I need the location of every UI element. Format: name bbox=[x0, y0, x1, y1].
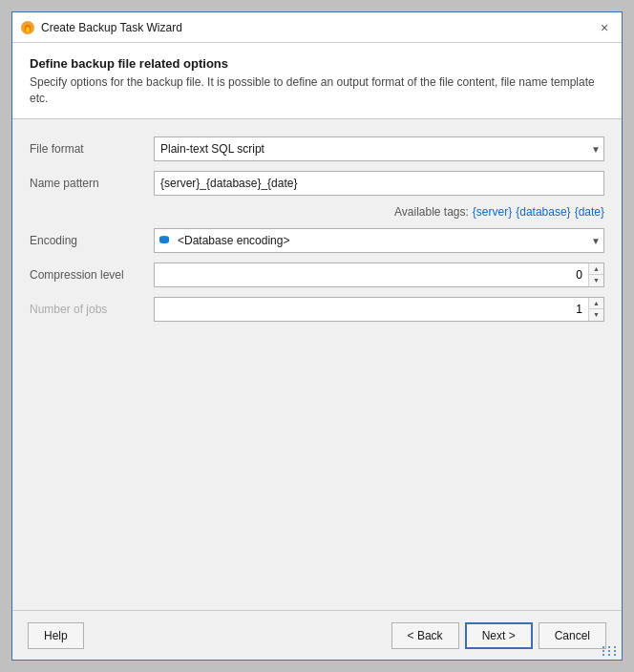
tag-database-link[interactable]: {database} bbox=[516, 205, 570, 219]
svg-point-5 bbox=[159, 240, 169, 243]
title-bar: Create Backup Task Wizard × bbox=[12, 12, 622, 43]
encoding-select[interactable]: <Database encoding> bbox=[154, 228, 604, 253]
compression-row: Compression level ▲ ▼ bbox=[30, 262, 604, 287]
app-icon bbox=[20, 20, 35, 35]
footer-right-buttons: < Back Next > Cancel bbox=[391, 622, 606, 649]
tag-server-link[interactable]: {server} bbox=[473, 205, 512, 219]
name-pattern-label: Name pattern bbox=[30, 177, 154, 190]
file-format-control: Plain-text SQL script ▼ bbox=[154, 136, 604, 161]
close-button[interactable]: × bbox=[595, 18, 614, 37]
jobs-spinner-buttons: ▲ ▼ bbox=[588, 298, 603, 321]
help-button[interactable]: Help bbox=[28, 622, 84, 649]
jobs-spinner: ▲ ▼ bbox=[154, 297, 604, 322]
dialog-title: Create Backup Task Wizard bbox=[41, 21, 182, 34]
header-description: Specify options for the backup file. It … bbox=[30, 74, 604, 107]
compression-spinner-buttons: ▲ ▼ bbox=[588, 263, 603, 286]
encoding-wrapper: <Database encoding> ▼ bbox=[154, 228, 604, 253]
jobs-up-button[interactable]: ▲ bbox=[589, 298, 603, 310]
header-section: Define backup file related options Speci… bbox=[12, 43, 622, 119]
form-content: File format Plain-text SQL script ▼ Name… bbox=[12, 119, 622, 610]
compression-up-button[interactable]: ▲ bbox=[589, 263, 603, 276]
database-icon bbox=[158, 233, 173, 248]
next-button[interactable]: Next > bbox=[465, 622, 533, 649]
file-format-select-wrapper: Plain-text SQL script ▼ bbox=[154, 136, 604, 161]
jobs-control: ▲ ▼ bbox=[154, 297, 604, 322]
compression-down-button[interactable]: ▼ bbox=[589, 275, 603, 286]
file-format-label: File format bbox=[30, 142, 154, 156]
back-button[interactable]: < Back bbox=[391, 622, 459, 649]
name-pattern-control bbox=[154, 171, 604, 196]
available-tags-label: Available tags: bbox=[394, 205, 469, 219]
file-format-select[interactable]: Plain-text SQL script bbox=[154, 136, 604, 161]
dialog-window: Create Backup Task Wizard × Define backu… bbox=[11, 11, 623, 661]
name-pattern-input[interactable] bbox=[154, 171, 604, 196]
tags-row: Available tags: {server} {database} {dat… bbox=[30, 205, 604, 219]
compression-label: Compression level bbox=[30, 268, 154, 282]
jobs-down-button[interactable]: ▼ bbox=[589, 309, 603, 321]
svg-point-2 bbox=[26, 27, 30, 32]
jobs-input[interactable] bbox=[155, 298, 588, 321]
compression-input[interactable] bbox=[155, 263, 588, 286]
encoding-row: Encoding <Database encoding> ▼ bbox=[30, 228, 604, 253]
jobs-row: Number of jobs ▲ ▼ bbox=[30, 297, 604, 322]
encoding-label: Encoding bbox=[30, 234, 154, 247]
title-bar-left: Create Backup Task Wizard bbox=[20, 20, 182, 35]
footer: Help < Back Next > Cancel bbox=[12, 610, 622, 660]
jobs-label: Number of jobs bbox=[30, 303, 154, 316]
tag-date-link[interactable]: {date} bbox=[575, 205, 604, 219]
name-pattern-row: Name pattern bbox=[30, 171, 604, 196]
file-format-row: File format Plain-text SQL script ▼ bbox=[30, 136, 604, 161]
cancel-button[interactable]: Cancel bbox=[539, 622, 606, 649]
compression-control: ▲ ▼ bbox=[154, 262, 604, 287]
corner-decoration bbox=[602, 646, 618, 656]
compression-spinner: ▲ ▼ bbox=[154, 262, 604, 287]
encoding-control: <Database encoding> ▼ bbox=[154, 228, 604, 253]
header-title: Define backup file related options bbox=[30, 56, 604, 71]
